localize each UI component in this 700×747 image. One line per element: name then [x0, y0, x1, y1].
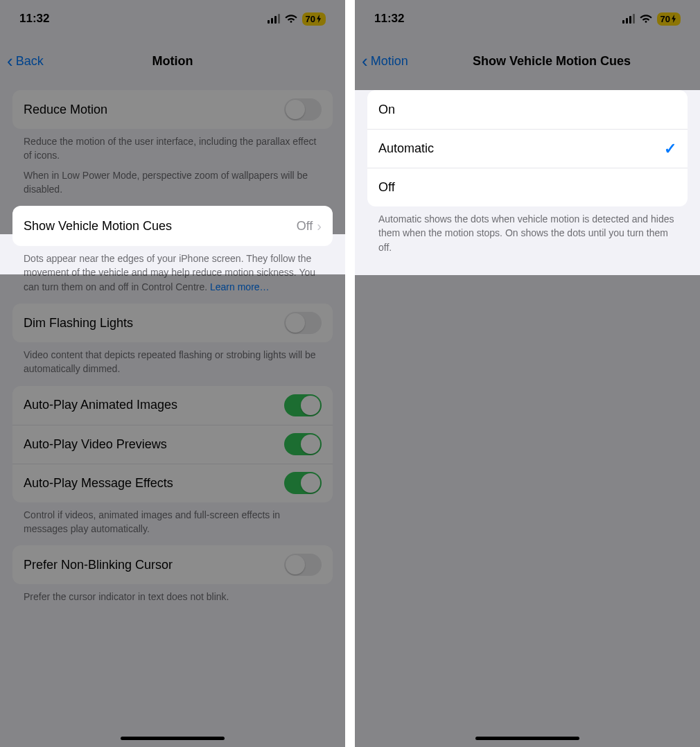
dim-flashing-switch[interactable] — [284, 312, 322, 334]
option-on-label: On — [378, 103, 676, 117]
motion-settings-list: Reduce Motion Reduce the motion of the u… — [0, 83, 345, 747]
option-on[interactable]: On — [367, 90, 688, 129]
home-indicator[interactable] — [121, 737, 225, 740]
chevron-left-icon: ‹ — [7, 52, 13, 70]
nav-bar: ‹ Motion Show Vehicle Motion Cues — [355, 42, 700, 80]
phone-motion-settings: 11:32 70 ‹ Back Motion Reduce Motion — [0, 0, 345, 747]
nav-bar: ‹ Back Motion — [0, 42, 345, 80]
wifi-icon — [285, 14, 297, 24]
wifi-icon — [640, 14, 652, 24]
dim-flashing-row[interactable]: Dim Flashing Lights — [12, 304, 333, 342]
autoplay-images-switch[interactable] — [284, 394, 322, 416]
back-button[interactable]: ‹ Back — [7, 42, 44, 80]
cellular-icon — [622, 14, 635, 24]
autoplay-video-row[interactable]: Auto-Play Video Previews — [12, 425, 333, 464]
cellular-icon — [268, 14, 280, 24]
reduce-motion-footer: Reduce the motion of the user interface,… — [24, 134, 322, 163]
non-blinking-label: Prefer Non-Blinking Cursor — [24, 558, 284, 572]
autoplay-footer: Control if videos, animated images and f… — [24, 508, 322, 536]
option-off[interactable]: Off — [367, 168, 688, 206]
reduce-motion-switch[interactable] — [284, 98, 322, 121]
vehicle-cues-value: Off — [297, 219, 313, 234]
status-bar: 11:32 70 — [355, 0, 700, 37]
non-blinking-footer: Prefer the cursor indicator in text does… — [24, 590, 322, 604]
battery-indicator: 70 — [302, 12, 326, 26]
non-blinking-row[interactable]: Prefer Non-Blinking Cursor — [12, 545, 333, 584]
vehicle-cues-options: On Automatic ✓ Off Automatic shows the d… — [355, 90, 700, 275]
autoplay-images-label: Auto-Play Animated Images — [24, 398, 284, 412]
phone-vehicle-cues-detail: 11:32 70 ‹ Motion Show Vehicle Motion Cu… — [355, 0, 700, 747]
autoplay-images-row[interactable]: Auto-Play Animated Images — [12, 386, 333, 425]
status-time: 11:32 — [374, 12, 404, 26]
vehicle-cues-label: Show Vehicle Motion Cues — [24, 219, 297, 234]
dim-flashing-footer: Video content that depicts repeated flas… — [24, 348, 322, 376]
dim-flashing-label: Dim Flashing Lights — [24, 316, 284, 331]
reduce-motion-label: Reduce Motion — [24, 103, 284, 117]
status-time: 11:32 — [19, 12, 49, 26]
vehicle-cues-group: Show Vehicle Motion Cues Off › — [12, 206, 333, 246]
status-right: 70 — [622, 12, 681, 26]
options-footer: Automatic shows the dots when vehicle mo… — [378, 212, 676, 254]
low-power-footer: When in Low Power Mode, perspective zoom… — [24, 168, 322, 197]
status-bar: 11:32 70 — [0, 0, 345, 37]
page-title: Show Vehicle Motion Cues — [473, 54, 631, 69]
home-indicator[interactable] — [475, 737, 579, 740]
option-automatic-label: Automatic — [378, 141, 664, 156]
chevron-left-icon: ‹ — [362, 52, 368, 70]
learn-more-link[interactable]: Learn more… — [210, 281, 270, 292]
status-right: 70 — [268, 12, 326, 26]
back-button[interactable]: ‹ Motion — [362, 42, 408, 80]
back-label: Motion — [371, 54, 408, 69]
autoplay-effects-label: Auto-Play Message Effects — [24, 476, 284, 491]
page-title: Motion — [152, 54, 193, 69]
autoplay-video-label: Auto-Play Video Previews — [24, 437, 284, 452]
back-label: Back — [16, 54, 44, 69]
battery-indicator: 70 — [657, 12, 681, 26]
checkmark-icon: ✓ — [664, 140, 676, 158]
vehicle-cues-footer: Dots appear near the edges of your iPhon… — [24, 252, 322, 294]
option-off-label: Off — [378, 180, 676, 195]
option-automatic[interactable]: Automatic ✓ — [367, 129, 688, 168]
autoplay-effects-row[interactable]: Auto-Play Message Effects — [12, 464, 333, 502]
chevron-right-icon: › — [317, 218, 322, 234]
autoplay-effects-switch[interactable] — [284, 472, 322, 494]
non-blinking-switch[interactable] — [284, 554, 322, 576]
reduce-motion-row[interactable]: Reduce Motion — [12, 90, 333, 129]
autoplay-video-switch[interactable] — [284, 433, 322, 455]
vehicle-cues-row[interactable]: Show Vehicle Motion Cues Off › — [12, 206, 333, 246]
